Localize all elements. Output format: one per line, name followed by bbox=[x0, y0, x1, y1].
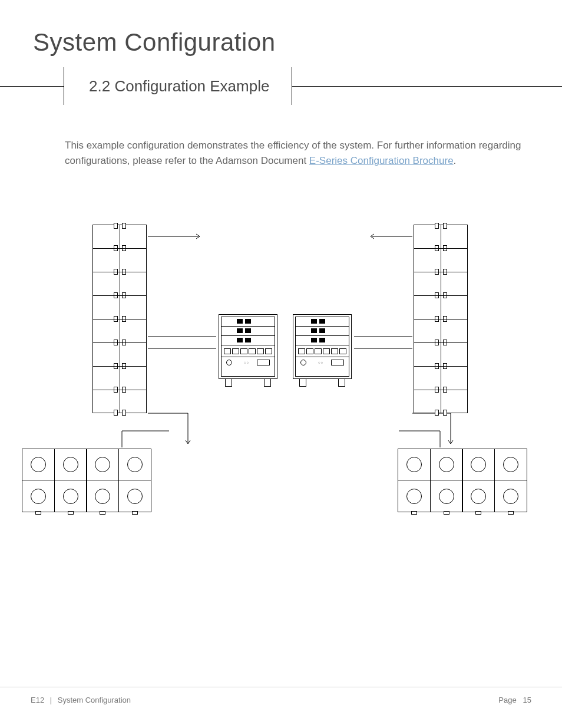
section-number: 2.2 bbox=[89, 77, 110, 95]
array-cabinet bbox=[414, 319, 468, 342]
footer-page-number: 15 bbox=[523, 696, 531, 704]
array-cabinet bbox=[92, 390, 147, 413]
sub-cabinet bbox=[118, 449, 151, 480]
sub-cabinet bbox=[398, 480, 431, 512]
array-cabinet bbox=[414, 248, 468, 272]
sub-cabinet bbox=[494, 480, 527, 512]
after-link-text: . bbox=[454, 155, 457, 166]
array-cabinet bbox=[92, 295, 147, 319]
section-heading: 2.2 Configuration Example bbox=[64, 67, 292, 105]
page-footer: E12 | System Configuration Page 15 bbox=[0, 687, 562, 704]
array-cabinet bbox=[414, 272, 468, 295]
sub-cabinet bbox=[398, 449, 431, 480]
array-cabinet bbox=[92, 248, 147, 272]
amp-rack: ○○ bbox=[219, 314, 277, 379]
section-heading-bar: 2.2 Configuration Example bbox=[0, 67, 562, 105]
sub-array-right bbox=[398, 449, 527, 512]
sub-cabinet bbox=[462, 480, 495, 512]
sub-cabinet bbox=[430, 480, 463, 512]
array-cabinet bbox=[92, 342, 147, 366]
array-cabinet bbox=[414, 390, 468, 413]
line-array-right bbox=[414, 225, 468, 413]
section-name: Configuration Example bbox=[114, 77, 269, 95]
footer-section: System Configuration bbox=[58, 696, 131, 704]
amp-racks: ○○○○ bbox=[219, 314, 352, 379]
sub-cabinet bbox=[430, 449, 463, 480]
configuration-diagram: ○○○○ bbox=[22, 225, 540, 531]
sub-cabinet bbox=[22, 449, 55, 480]
array-cabinet bbox=[414, 225, 468, 248]
array-cabinet bbox=[414, 342, 468, 366]
sub-cabinet bbox=[86, 480, 119, 512]
array-cabinet bbox=[92, 272, 147, 295]
sub-array-left bbox=[22, 449, 151, 512]
array-cabinet bbox=[92, 319, 147, 342]
array-cabinet bbox=[414, 295, 468, 319]
array-cabinet bbox=[414, 366, 468, 390]
page-title: System Configuration bbox=[0, 0, 562, 67]
brochure-link[interactable]: E-Series Configuration Brochure bbox=[309, 155, 454, 166]
line-array-left bbox=[92, 225, 147, 413]
sub-cabinet bbox=[86, 449, 119, 480]
array-cabinet bbox=[92, 225, 147, 248]
footer-left: E12 | System Configuration bbox=[31, 696, 131, 704]
sub-cabinet bbox=[462, 449, 495, 480]
sub-cabinet bbox=[118, 480, 151, 512]
footer-page-label: Page bbox=[498, 696, 516, 704]
footer-right: Page 15 bbox=[498, 696, 531, 704]
array-cabinet bbox=[92, 366, 147, 390]
amp-rack: ○○ bbox=[293, 314, 352, 379]
sub-cabinet bbox=[54, 449, 87, 480]
footer-product: E12 bbox=[31, 696, 44, 704]
sub-cabinet bbox=[494, 449, 527, 480]
body-paragraph: This example configuration demonstrates … bbox=[0, 105, 562, 168]
sub-cabinet bbox=[22, 480, 55, 512]
sub-cabinet bbox=[54, 480, 87, 512]
